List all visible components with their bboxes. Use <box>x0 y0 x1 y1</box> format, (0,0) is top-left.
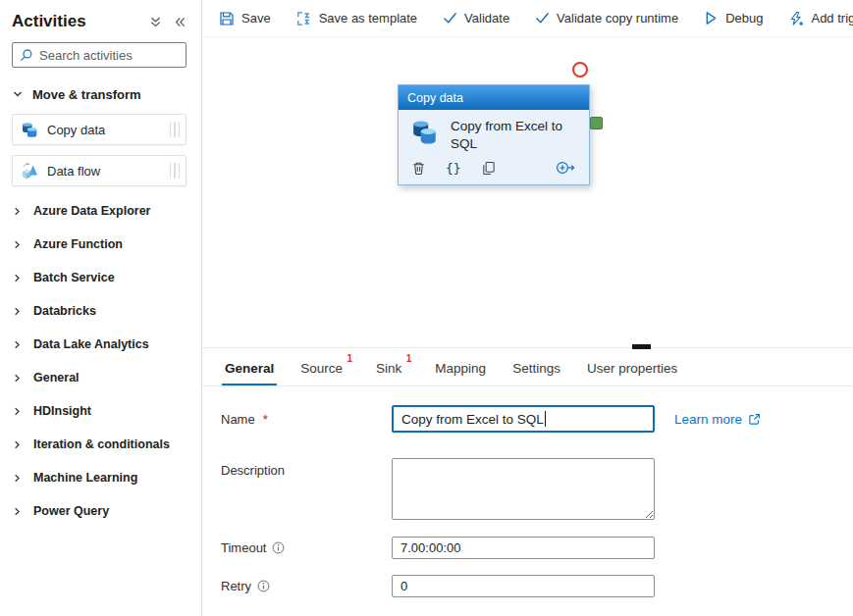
required-asterisk: * <box>263 412 268 427</box>
chevron-right-icon <box>12 273 23 283</box>
info-icon[interactable] <box>272 541 285 554</box>
general-form: Name* Copy from Excel to SQL Learn more <box>202 386 853 597</box>
chevron-right-icon <box>12 506 23 517</box>
clone-icon[interactable] <box>481 161 496 176</box>
name-label: Name* <box>221 412 392 427</box>
name-value: Copy from Excel to SQL <box>401 412 544 427</box>
check-icon <box>535 11 550 26</box>
validate-copy-runtime-button[interactable]: Validate copy runtime <box>535 11 678 26</box>
tab-sink[interactable]: Sink 1 <box>375 361 402 385</box>
search-icon <box>19 48 33 63</box>
save-button[interactable]: Save <box>219 11 271 26</box>
chevron-right-icon <box>12 206 23 217</box>
drag-handle-icon[interactable] <box>170 122 181 137</box>
template-icon <box>296 11 312 26</box>
activities-sidebar: Activities Mo <box>0 0 202 616</box>
retry-label: Retry <box>221 579 392 593</box>
collapse-sidebar-icon[interactable] <box>174 16 187 28</box>
panel-resize-handle[interactable] <box>632 344 651 349</box>
category-azure-data-explorer[interactable]: Azure Data Explorer <box>12 194 187 228</box>
node-actions: {} <box>399 153 589 184</box>
chevron-down-icon <box>12 88 24 100</box>
chevron-right-icon <box>12 439 23 450</box>
tab-source[interactable]: Source 1 <box>299 361 344 385</box>
tab-settings[interactable]: Settings <box>511 361 561 385</box>
node-output-port[interactable] <box>590 117 603 129</box>
chevron-right-icon <box>12 239 23 250</box>
error-count-badge: 1 <box>347 353 353 364</box>
node-header[interactable]: Copy data <box>399 85 589 110</box>
code-icon[interactable]: {} <box>446 161 461 176</box>
check-icon <box>443 11 457 26</box>
validate-button[interactable]: Validate <box>443 11 509 26</box>
tab-mapping[interactable]: Mapping <box>434 361 487 385</box>
learn-more-link[interactable]: Learn more <box>674 412 761 427</box>
category-batch-service[interactable]: Batch Service <box>12 261 187 294</box>
section-label: Move & transform <box>32 87 141 102</box>
copy-data-icon <box>21 121 39 139</box>
description-label: Description <box>221 458 392 478</box>
category-data-lake-analytics[interactable]: Data Lake Analytics <box>12 328 187 361</box>
add-trigger-button[interactable]: Add trigger <box>788 11 853 26</box>
debug-button[interactable]: Debug <box>704 11 763 26</box>
external-link-icon <box>748 413 761 426</box>
save-as-template-button[interactable]: Save as template <box>296 11 417 26</box>
delete-icon[interactable] <box>411 161 426 176</box>
collapse-all-icon[interactable] <box>149 16 162 28</box>
tab-general[interactable]: General <box>224 361 275 385</box>
chevron-right-icon <box>12 373 23 384</box>
sidebar-header: Activities <box>12 12 187 31</box>
search-activities-box[interactable] <box>12 42 187 68</box>
chevron-right-icon <box>12 406 23 417</box>
category-list: Azure Data Explorer Azure Function Batch… <box>12 194 187 528</box>
sidebar-title: Activities <box>12 12 137 31</box>
section-move-and-transform[interactable]: Move & transform <box>12 84 187 104</box>
node-body: Copy from Excel to SQL <box>399 110 589 153</box>
validation-error-indicator[interactable] <box>572 62 588 77</box>
description-field[interactable] <box>392 458 655 520</box>
activity-data-flow[interactable]: Data flow <box>12 155 187 186</box>
properties-panel: General Source 1 Sink 1 Mapping Settings <box>202 347 853 616</box>
adf-pipeline-editor: Activities Mo <box>0 0 853 616</box>
search-input[interactable] <box>39 48 180 63</box>
trigger-icon <box>788 11 804 26</box>
add-output-icon[interactable] <box>556 160 576 176</box>
activity-item-label: Copy data <box>47 123 105 137</box>
main-area: Save Save as template Validate Valid <box>202 0 853 616</box>
drag-handle-icon[interactable] <box>170 163 181 179</box>
category-databricks[interactable]: Databricks <box>12 294 187 328</box>
pipeline-toolbar: Save Save as template Validate Valid <box>202 0 853 37</box>
category-power-query[interactable]: Power Query <box>12 494 187 528</box>
node-title: Copy from Excel to SQL <box>451 118 570 153</box>
category-iteration-conditionals[interactable]: Iteration & conditionals <box>12 428 187 461</box>
timeout-label: Timeout <box>221 540 392 555</box>
chevron-right-icon <box>12 339 23 350</box>
chevron-right-icon <box>12 473 23 484</box>
tab-user-properties[interactable]: User properties <box>586 361 678 385</box>
text-caret <box>545 411 546 427</box>
panel-tabs: General Source 1 Sink 1 Mapping Settings <box>202 348 853 386</box>
save-icon <box>219 11 235 26</box>
category-azure-function[interactable]: Azure Function <box>12 228 187 261</box>
copy-data-icon <box>410 118 440 147</box>
category-general[interactable]: General <box>12 361 187 394</box>
activity-copy-data[interactable]: Copy data <box>12 114 187 145</box>
info-icon[interactable] <box>257 580 270 592</box>
activity-item-label: Data flow <box>47 164 100 179</box>
copy-data-activity-node[interactable]: Copy data Copy from Excel to SQL <box>398 84 590 185</box>
category-hdinsight[interactable]: HDInsight <box>12 394 187 428</box>
error-count-badge: 1 <box>406 353 412 364</box>
data-flow-icon <box>21 162 39 180</box>
category-machine-learning[interactable]: Machine Learning <box>12 461 187 494</box>
play-icon <box>704 11 719 26</box>
name-field[interactable]: Copy from Excel to SQL <box>392 405 655 433</box>
retry-field[interactable] <box>392 575 655 597</box>
chevron-right-icon <box>12 306 23 317</box>
timeout-field[interactable] <box>392 537 655 559</box>
